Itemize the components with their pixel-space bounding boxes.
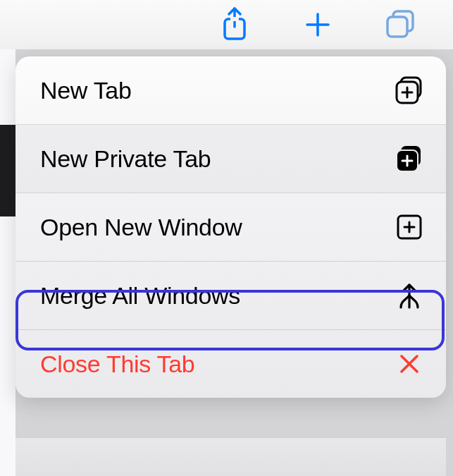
window-plus-icon: [394, 212, 425, 243]
svg-rect-1: [230, 17, 239, 21]
menu-item-label: Open New Window: [40, 214, 394, 241]
tabs-icon[interactable]: [384, 8, 418, 42]
menu-item-label: Close This Tab: [40, 350, 394, 378]
plus-icon[interactable]: [301, 8, 335, 42]
menu-item-label: New Private Tab: [40, 145, 394, 173]
menu-item-close-this-tab[interactable]: Close This Tab: [15, 330, 446, 398]
menu-item-label: New Tab: [40, 77, 394, 104]
merge-icon: [394, 280, 425, 311]
background-strip: [0, 49, 15, 476]
close-icon: [394, 348, 425, 379]
share-icon[interactable]: [218, 8, 252, 42]
tab-plus-filled-icon: [394, 143, 425, 174]
menu-item-merge-all-windows[interactable]: Merge All Windows: [15, 262, 446, 330]
menu-item-label: Merge All Windows: [40, 282, 394, 310]
menu-continuation: [15, 437, 446, 476]
toolbar: [0, 0, 453, 49]
svg-rect-3: [387, 17, 407, 37]
menu-item-new-private-tab[interactable]: New Private Tab: [15, 125, 446, 193]
menu-item-open-new-window[interactable]: Open New Window: [15, 193, 446, 262]
tab-plus-icon: [394, 75, 425, 106]
menu-item-new-tab[interactable]: New Tab: [15, 56, 446, 125]
context-menu: New Tab New Private Tab Open New Window: [15, 56, 446, 398]
background-dark-strip: [0, 125, 15, 216]
